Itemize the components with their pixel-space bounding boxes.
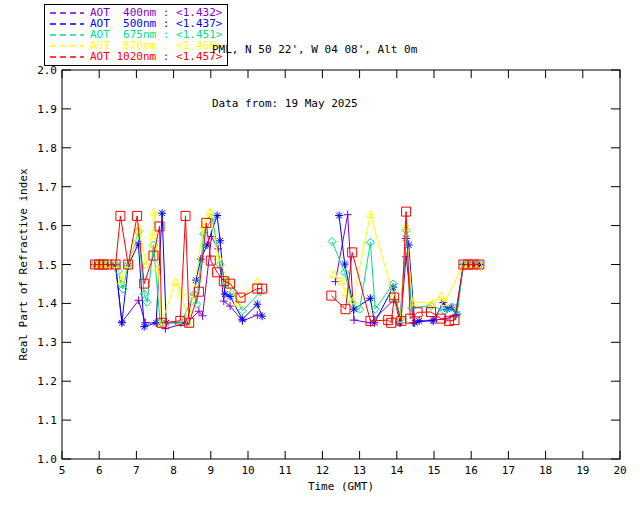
data-point-marker xyxy=(429,317,437,325)
svg-text:5: 5 xyxy=(59,464,66,477)
svg-text:13: 13 xyxy=(353,464,366,477)
svg-text:1.5: 1.5 xyxy=(37,259,57,272)
dashed-line-sample-icon xyxy=(49,51,85,62)
series-1020nm xyxy=(91,207,484,327)
y-axis-label: Real Part of Refractive index xyxy=(17,168,30,360)
svg-text:19: 19 xyxy=(576,464,589,477)
svg-text:17: 17 xyxy=(502,464,515,477)
svg-text:7: 7 xyxy=(133,464,140,477)
svg-text:1.8: 1.8 xyxy=(37,142,57,155)
legend: AOT 400nm : <1.432>AOT 500nm : <1.437>AO… xyxy=(44,4,228,66)
svg-text:20: 20 xyxy=(613,464,626,477)
svg-text:14: 14 xyxy=(390,464,404,477)
data-point-marker xyxy=(350,316,358,324)
svg-text:16: 16 xyxy=(465,464,478,477)
dashed-line-sample-icon xyxy=(49,7,85,18)
dashed-line-sample-icon xyxy=(49,29,85,40)
svg-text:8: 8 xyxy=(170,464,177,477)
data-point-marker xyxy=(140,323,148,331)
data-point-marker xyxy=(216,237,224,245)
svg-text:10: 10 xyxy=(241,464,254,477)
svg-text:1.6: 1.6 xyxy=(37,220,57,233)
data-point-marker xyxy=(415,317,423,325)
svg-text:1.2: 1.2 xyxy=(37,375,57,388)
data-point-marker xyxy=(258,312,266,320)
station-location-text: PML, N 50 22', W 04 08', Alt 0m xyxy=(212,41,417,59)
series-675nm xyxy=(91,214,483,327)
y-tick-labels: 1.01.11.21.31.41.51.61.71.81.92.0 xyxy=(37,64,57,466)
data-point-marker xyxy=(118,319,126,327)
svg-text:15: 15 xyxy=(427,464,440,477)
dashed-line-sample-icon xyxy=(49,40,85,51)
station-info: PML, N 50 22', W 04 08', Alt 0m Data fro… xyxy=(212,5,417,149)
svg-text:11: 11 xyxy=(279,464,292,477)
svg-text:1.3: 1.3 xyxy=(37,336,57,349)
svg-text:12: 12 xyxy=(316,464,329,477)
data-point-marker xyxy=(253,300,261,308)
series-400nm xyxy=(91,211,483,333)
svg-text:1.0: 1.0 xyxy=(37,453,57,466)
data-point-marker xyxy=(405,241,413,249)
data-point-marker xyxy=(366,294,374,302)
legend-item-label: AOT 1020nm : <1.457> xyxy=(90,51,222,62)
x-tick-labels: 567891011121314151617181920 xyxy=(59,464,627,477)
data-point-marker xyxy=(158,209,166,217)
svg-text:1.1: 1.1 xyxy=(37,414,57,427)
svg-text:1.4: 1.4 xyxy=(37,297,57,310)
data-date-text: Data from: 19 May 2025 xyxy=(212,95,417,113)
svg-text:18: 18 xyxy=(539,464,552,477)
data-point-marker xyxy=(135,296,143,304)
x-axis-label: Time (GMT) xyxy=(308,480,374,493)
legend-item-1020nm: AOT 1020nm : <1.457> xyxy=(49,51,222,62)
data-point-marker xyxy=(238,315,246,323)
dashed-line-sample-icon xyxy=(49,18,85,29)
svg-text:1.9: 1.9 xyxy=(37,103,57,116)
refractive-index-plot-window: 5678910111213141516171819201.01.11.21.31… xyxy=(0,0,640,512)
svg-text:9: 9 xyxy=(207,464,214,477)
data-point-marker xyxy=(344,211,352,219)
svg-text:1.7: 1.7 xyxy=(37,181,57,194)
data-point-marker xyxy=(341,260,349,268)
svg-text:6: 6 xyxy=(96,464,103,477)
data-point-marker xyxy=(335,212,343,220)
